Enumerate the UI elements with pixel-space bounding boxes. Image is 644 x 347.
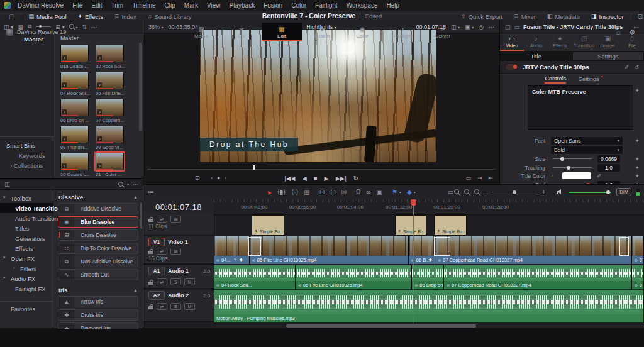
effects-nav-item[interactable]: Generators	[0, 233, 53, 243]
toolbar-button[interactable]: ◧ Metadata	[541, 11, 586, 21]
selection-tool-icon[interactable]: ▲	[262, 184, 275, 200]
effects-nav-favorites[interactable]: Favorites	[0, 301, 53, 312]
section-header-dissolve[interactable]: Dissolve▲	[58, 194, 138, 201]
position-lock-icon[interactable]: ▣	[377, 185, 382, 199]
clip-thumbnail[interactable]	[60, 126, 89, 143]
audio-monitor-icon[interactable]	[557, 189, 564, 195]
clip-thumbnail[interactable]	[60, 72, 89, 89]
dim-button[interactable]: DIM	[616, 188, 631, 196]
menu-item[interactable]: Workspace	[342, 0, 382, 11]
auto-select-icon[interactable]: ⇄	[157, 248, 167, 255]
viewer-scrub-bar[interactable]	[147, 165, 496, 170]
insert-clip-icon[interactable]: ⊡	[319, 185, 325, 199]
track-header-v2[interactable]: ⇄ ▤ 11 Clips	[143, 214, 214, 236]
multicam-icon[interactable]: ▣ ▾	[465, 24, 474, 30]
panel-toggle-icon[interactable]: ◫	[4, 181, 10, 187]
timeline-ruler[interactable]: 00:00:48:0000:00:56:0000:01:04:0000:01:1…	[214, 199, 644, 215]
keyframe-icon[interactable]: ✦	[635, 138, 640, 144]
video-frame[interactable]: Drop at The Hub	[200, 30, 436, 162]
lock-icon[interactable]	[148, 251, 153, 254]
flag-icon[interactable]: ⚑	[392, 185, 397, 199]
transition-item[interactable]: ∿ Smooth Cut	[58, 269, 138, 280]
timeline-options-icon[interactable]: ≔	[148, 185, 154, 199]
tab-title[interactable]: Title	[500, 52, 572, 61]
track-enable-icon[interactable]: ▤	[170, 248, 181, 255]
keyframe-icon[interactable]: ✦	[635, 156, 640, 162]
transition-item[interactable]: ⧉ Additive Dissolve	[58, 203, 138, 214]
solo-button[interactable]: S	[170, 303, 181, 310]
audio-clip[interactable]: ∞05 Fire Line GH010325.mp4	[296, 265, 412, 289]
timeline-tracks[interactable]: 00:00:48:0000:00:56:0000:01:04:0000:01:1…	[214, 199, 644, 323]
marker-icon[interactable]: ◆	[407, 185, 412, 199]
first-frame-button[interactable]: |◀◀	[284, 175, 295, 182]
razor-icon[interactable]: ▥	[304, 185, 309, 199]
timeline-timecode[interactable]: 00:01:07:18	[143, 199, 214, 215]
auto-select-icon[interactable]: ⇄	[157, 216, 167, 223]
volume-slider[interactable]	[569, 192, 611, 193]
transition-item[interactable]: ◉ Blur Dissolve	[58, 216, 138, 228]
lock-icon[interactable]	[148, 306, 153, 309]
media-clip[interactable]: 07 Copperh...	[96, 99, 125, 123]
timeline-scrollbar[interactable]	[286, 324, 476, 328]
title-clip[interactable]: ✦Simple Bo...	[434, 215, 467, 236]
dynamic-trim-icon[interactable]: ⟨·⟩	[291, 185, 298, 199]
auto-select-icon[interactable]: ⇄	[157, 278, 167, 285]
video-clip[interactable]: ∞07 Copperhead Road GH010327.mp4	[435, 236, 632, 264]
overwrite-clip-icon[interactable]: ⊟	[330, 185, 335, 199]
transition-curve-icons[interactable]: ∿ ◆	[423, 257, 432, 262]
menu-item[interactable]: Fusion	[259, 0, 287, 11]
clip-thumbnail[interactable]	[60, 153, 89, 170]
chevron-down-icon[interactable]: ▾	[127, 182, 129, 186]
menu-item[interactable]: Fairlight	[311, 0, 342, 11]
page-tab[interactable]: ▤ Media	[181, 23, 221, 41]
title-text-input[interactable]: Coler MTB Preserve	[528, 85, 633, 130]
full-extent-zoom-icon[interactable]: ▭	[448, 189, 458, 196]
track-name[interactable]: Audio 1	[168, 268, 189, 274]
play-reverse-button[interactable]: ◀	[302, 175, 306, 182]
mute-button[interactable]: M	[184, 303, 195, 310]
lock-icon[interactable]	[148, 219, 153, 222]
zoom-out-icon[interactable]: −	[484, 189, 488, 196]
menu-item[interactable]: File	[68, 0, 87, 11]
settings-gear-icon[interactable]: ⚙	[629, 28, 635, 36]
search-icon[interactable]	[118, 182, 123, 187]
media-clip[interactable]: 21 - Coler ...	[96, 153, 125, 177]
detail-zoom-icon[interactable]	[464, 189, 469, 196]
play-button[interactable]: ▶	[324, 175, 328, 182]
toolbar-button[interactable]: ◨ Inspector	[586, 11, 630, 21]
playhead-handle[interactable]	[411, 199, 416, 206]
tracking-value[interactable]: 1.0	[597, 164, 620, 172]
title-clip[interactable]: ✦Simple Bo...	[252, 215, 284, 236]
in-out-range-icon[interactable]: ▭	[465, 175, 471, 181]
linked-selection-icon[interactable]: ∞	[366, 185, 370, 199]
menu-item[interactable]: Color	[287, 0, 311, 11]
video-clip[interactable]: ∞04...	[214, 236, 250, 264]
menu-item[interactable]: Help	[382, 0, 404, 11]
toolbar-button[interactable]: ▤ Media Pool	[23, 11, 72, 21]
match-frame2-icon[interactable]: ⇤	[488, 175, 493, 181]
reset-icon[interactable]: ↺	[634, 64, 639, 70]
clip-enable-toggle[interactable]	[505, 63, 518, 70]
grid-scrollbar[interactable]	[139, 43, 142, 131]
snapping-icon[interactable]: Ω	[356, 185, 360, 199]
tab-controls-settings[interactable]: Settings	[579, 76, 599, 82]
solo-button[interactable]: S	[170, 278, 181, 285]
transition-item[interactable]: ▲ Arrow Iris	[58, 296, 138, 307]
trim-edit-icon[interactable]: ⟨▮⟩	[277, 185, 286, 199]
eyedropper-icon[interactable]: ✐	[597, 173, 602, 179]
keyframe-icon[interactable]: ✦	[635, 173, 640, 179]
track-name[interactable]: Audio 2	[168, 292, 189, 299]
smart-bins-label[interactable]: Smart Bins	[0, 140, 53, 150]
audio-clip[interactable]: ∞07 C...	[632, 265, 644, 289]
clip-thumbnail[interactable]	[96, 126, 124, 143]
page-tab[interactable]: ▦ Edit	[262, 23, 302, 41]
stop-button[interactable]: ■	[314, 175, 318, 182]
effects-scrollbar[interactable]	[140, 202, 142, 229]
grade-bypass-icon[interactable]: ◎	[479, 24, 484, 30]
clip-thumbnail[interactable]	[96, 153, 124, 170]
media-clip[interactable]: 06 Drop on ...	[60, 99, 90, 123]
media-clip[interactable]: 02 Rock Sol...	[96, 45, 125, 69]
media-clip[interactable]: 04 Rock Sol...	[60, 72, 90, 96]
keyframe-icon[interactable]: ✦	[635, 165, 640, 171]
media-clip[interactable]: 10 Oscars L...	[60, 153, 90, 177]
